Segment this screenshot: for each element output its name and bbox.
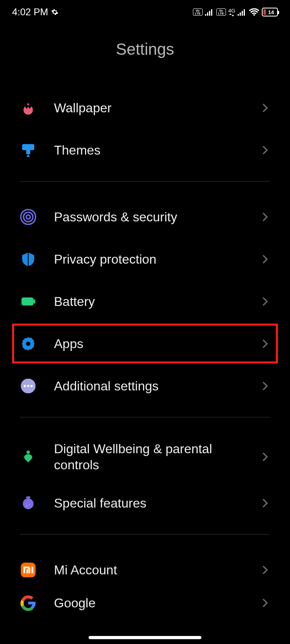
chevron-right-icon (262, 212, 270, 222)
label-apps: Apps (54, 336, 262, 352)
settings-row-wallpaper[interactable]: Wallpaper (20, 87, 270, 129)
svg-point-18 (27, 385, 29, 387)
svg-point-20 (27, 450, 30, 454)
brush-icon (20, 142, 36, 158)
status-bar: 4:02 PM VoLTE VoLTE 4G 14 (0, 0, 290, 24)
battery-icon (20, 293, 36, 310)
status-left: 4:02 PM (12, 6, 58, 18)
svg-rect-6 (242, 11, 243, 16)
svg-point-19 (31, 385, 33, 387)
label-wellbeing: Digital Wellbeing & parental controls (54, 441, 262, 473)
svg-rect-14 (33, 299, 35, 303)
page-title: Settings (0, 40, 290, 58)
status-right: VoLTE VoLTE 4G 14 (193, 8, 278, 17)
volte-badge-icon: VoLTE (216, 8, 226, 16)
chevron-right-icon (262, 103, 270, 113)
label-miaccount: Mi Account (54, 562, 262, 578)
settings-row-privacy[interactable]: Privacy protection (20, 238, 270, 280)
svg-rect-2 (209, 11, 210, 16)
gear-icon (20, 336, 36, 352)
chevron-right-icon (262, 498, 270, 508)
svg-point-10 (26, 215, 30, 219)
svg-rect-5 (240, 12, 241, 16)
signal-bars-icon (205, 8, 214, 16)
label-privacy: Privacy protection (54, 251, 262, 267)
chevron-right-icon (262, 296, 270, 307)
label-themes: Themes (54, 142, 262, 158)
signal-bars-icon (238, 8, 246, 16)
svg-point-17 (24, 385, 26, 387)
volte-badge-icon: VoLTE (193, 8, 203, 16)
label-special: Special features (54, 495, 262, 511)
svg-rect-1 (207, 12, 208, 16)
settings-row-additional[interactable]: Additional settings (20, 365, 270, 407)
divider (20, 417, 270, 417)
divider (20, 181, 270, 182)
settings-row-wellbeing[interactable]: Digital Wellbeing & parental controls (20, 431, 270, 482)
clock: 4:02 PM (12, 6, 48, 18)
flower-icon (20, 100, 36, 116)
svg-rect-3 (211, 9, 212, 16)
svg-point-11 (23, 212, 33, 221)
google-logo-icon (20, 595, 36, 611)
settings-row-battery[interactable]: Battery (20, 280, 270, 322)
battery-percent: 14 (268, 9, 274, 15)
wifi-icon (249, 8, 259, 16)
svg-rect-0 (205, 14, 206, 16)
network-type-label: 4G (228, 8, 235, 13)
chevron-right-icon (262, 145, 270, 155)
chevron-right-icon (262, 381, 270, 391)
settings-row-special[interactable]: Special features (20, 482, 270, 524)
fingerprint-icon (20, 209, 36, 225)
data-arrows-icon (229, 13, 234, 17)
svg-point-23 (29, 504, 30, 505)
label-battery: Battery (54, 293, 262, 310)
chevron-right-icon (262, 339, 270, 349)
chevron-right-icon (262, 565, 270, 575)
svg-rect-7 (244, 9, 245, 16)
chevron-right-icon (262, 598, 270, 608)
svg-rect-4 (238, 14, 239, 16)
settings-row-miaccount[interactable]: Mi Account (20, 549, 270, 591)
settings-indicator-icon (51, 8, 58, 16)
chevron-right-icon (262, 452, 270, 462)
divider (20, 534, 270, 535)
more-icon (20, 378, 36, 394)
settings-row-google[interactable]: Google (20, 591, 270, 615)
svg-rect-9 (26, 150, 30, 154)
label-additional: Additional settings (54, 378, 262, 394)
label-passwords: Passwords & security (54, 209, 262, 225)
svg-rect-8 (22, 144, 34, 150)
battery-icon: 14 (262, 8, 278, 17)
svg-point-15 (26, 341, 31, 346)
shield-icon (20, 251, 36, 267)
settings-row-apps[interactable]: Apps (20, 322, 270, 365)
svg-point-22 (26, 505, 27, 506)
chevron-right-icon (262, 254, 270, 264)
home-indicator[interactable] (89, 636, 201, 639)
settings-row-themes[interactable]: Themes (20, 129, 270, 171)
svg-rect-13 (21, 297, 33, 305)
person-heart-icon (20, 449, 36, 465)
svg-rect-21 (26, 496, 30, 498)
label-google: Google (54, 595, 262, 611)
settings-list: Wallpaper Themes Passwords & security Pr… (0, 87, 290, 615)
mi-logo-icon (20, 562, 36, 578)
label-wallpaper: Wallpaper (54, 100, 262, 116)
settings-row-passwords[interactable]: Passwords & security (20, 196, 270, 238)
flask-icon (20, 495, 36, 511)
